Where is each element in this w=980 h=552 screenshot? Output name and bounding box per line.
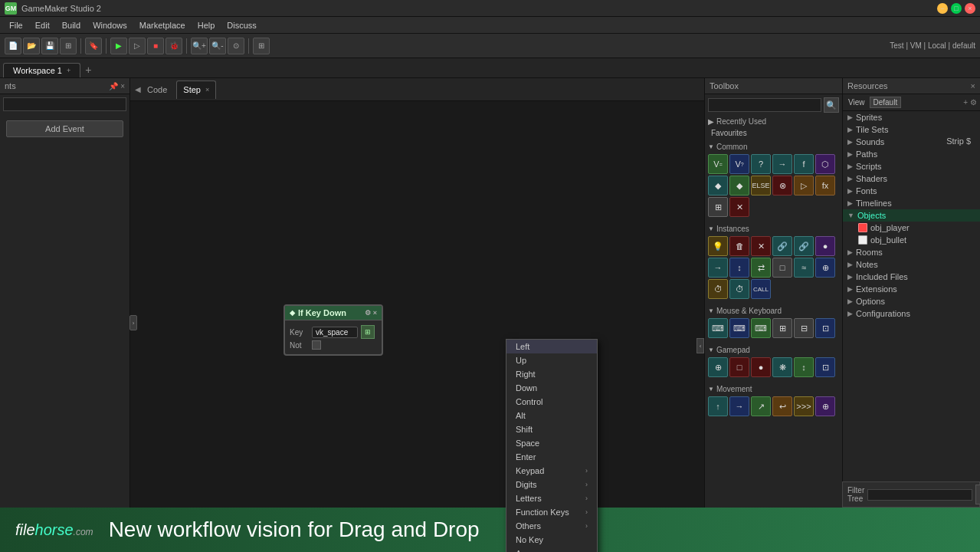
key-field-button[interactable]: ⊞: [361, 325, 375, 339]
tool-mv2[interactable]: →: [729, 396, 749, 416]
minimize-button[interactable]: −: [937, 3, 948, 14]
menu-discuss[interactable]: Discuss: [221, 19, 263, 31]
tool-inst10[interactable]: □: [772, 258, 792, 278]
recently-used-header[interactable]: ▶ Recently Used: [705, 116, 842, 127]
tool-inst12[interactable]: ⊕: [815, 258, 835, 278]
tool-else[interactable]: ELSE: [751, 176, 771, 196]
tool-gp4[interactable]: ❋: [772, 357, 792, 377]
tool-inst14[interactable]: ⏱: [729, 279, 749, 299]
resources-obj-player[interactable]: obj_player: [843, 222, 980, 234]
tool-inst1[interactable]: 💡: [708, 236, 728, 256]
menu-edit[interactable]: Edit: [29, 19, 56, 31]
resources-gear-btn[interactable]: ⚙: [970, 98, 977, 107]
resources-default-select[interactable]: Default: [870, 97, 902, 108]
resources-objects[interactable]: ▼Objects: [843, 209, 980, 222]
dropdown-item-no-key[interactable]: No Key: [506, 533, 597, 547]
resources-configurations[interactable]: ▶Configurations: [843, 307, 980, 320]
tool-stop[interactable]: ⊗: [772, 176, 792, 196]
tool-inst7[interactable]: →: [708, 258, 728, 278]
favourites-row[interactable]: Favourites: [705, 127, 842, 139]
dropdown-item-shift[interactable]: Shift: [506, 422, 597, 436]
dropdown-item-any[interactable]: Any: [506, 547, 597, 552]
key-value[interactable]: vk_space: [312, 327, 358, 338]
workspace-tab-close[interactable]: +: [67, 67, 70, 74]
menu-windows[interactable]: Windows: [87, 19, 133, 31]
toolbar-save-all[interactable]: ⊞: [60, 38, 77, 54]
tool-inst9[interactable]: ⇄: [751, 258, 771, 278]
dropdown-item-others[interactable]: Others ›: [506, 519, 597, 533]
tool-inst8[interactable]: ↕: [729, 258, 749, 278]
toolbar-save2[interactable]: 🔖: [85, 38, 102, 54]
events-panel-close[interactable]: ×: [120, 82, 125, 90]
resources-sprites[interactable]: ▶Sprites: [843, 111, 980, 123]
resources-extensions[interactable]: ▶Extensions: [843, 283, 980, 295]
toolbar-play[interactable]: ▶: [110, 38, 127, 54]
tool-x[interactable]: ✕: [729, 197, 749, 217]
menu-marketplace[interactable]: Marketplace: [133, 19, 192, 31]
mouse-keyboard-header[interactable]: ▼ Mouse & Keyboard: [708, 305, 839, 317]
toolbar-new[interactable]: 📄: [5, 38, 21, 54]
tool-mk1[interactable]: ⌨: [708, 318, 728, 338]
toolbar-zoom-in[interactable]: 🔍+: [191, 38, 208, 54]
dropdown-item-control[interactable]: Control: [506, 395, 597, 409]
tool-func[interactable]: f: [794, 154, 814, 174]
tool-mk3[interactable]: ⌨: [751, 318, 771, 338]
resources-fonts[interactable]: ▶Fonts: [843, 185, 980, 197]
dropdown-item-up[interactable]: Up: [506, 353, 597, 367]
dropdown-item-digits[interactable]: Digits ›: [506, 478, 597, 491]
tool-mv4[interactable]: ↩: [772, 396, 792, 416]
code-tab-step[interactable]: Step ×: [176, 80, 216, 99]
resources-tilesets[interactable]: ▶Tile Sets: [843, 123, 980, 136]
tool-inst5[interactable]: 🔗: [794, 236, 814, 256]
resources-included-files[interactable]: ▶Included Files: [843, 271, 980, 283]
tool-mv6[interactable]: ⊕: [815, 396, 835, 416]
tool-play[interactable]: ▷: [794, 176, 814, 196]
tool-gp3[interactable]: ●: [751, 357, 771, 377]
resources-notes[interactable]: ▶Notes: [843, 258, 980, 271]
dropdown-item-enter[interactable]: Enter: [506, 450, 597, 464]
tool-gp1[interactable]: ⊕: [708, 357, 728, 377]
toolbar-zoom-out[interactable]: 🔍-: [209, 38, 226, 54]
toolbar-zoom-reset[interactable]: ⊙: [228, 38, 244, 54]
events-search-input[interactable]: [3, 97, 126, 111]
tool-grid[interactable]: ⊞: [708, 197, 728, 217]
dnd-block-settings[interactable]: ⚙: [365, 309, 371, 317]
code-canvas[interactable]: ◆ If Key Down ⚙ × Key vk_space ⊞: [130, 101, 704, 552]
dropdown-item-alt[interactable]: Alt: [506, 409, 597, 422]
toolbar-debug[interactable]: 🐞: [166, 38, 182, 54]
toolbar-play2[interactable]: ▷: [129, 38, 146, 54]
maximize-button[interactable]: □: [951, 3, 962, 14]
tool-mk2[interactable]: ⌨: [729, 318, 749, 338]
add-workspace-tab[interactable]: +: [80, 62, 96, 77]
dropdown-item-keypad[interactable]: Keypad ›: [506, 464, 597, 478]
toolbar-grid[interactable]: ⊞: [253, 38, 270, 54]
tool-var-set[interactable]: V=: [708, 154, 728, 174]
tool-inst4[interactable]: 🔗: [772, 236, 792, 256]
toolbox-search-input[interactable]: [708, 98, 821, 112]
movement-header[interactable]: ▼ Movement: [708, 383, 839, 395]
dropdown-item-left[interactable]: Left: [506, 340, 597, 353]
filter-tree-input[interactable]: [867, 489, 972, 501]
resources-close[interactable]: ×: [971, 81, 975, 90]
tool-mv1[interactable]: ↑: [708, 396, 728, 416]
tool-comment[interactable]: ?: [751, 154, 771, 174]
menu-file[interactable]: File: [3, 19, 29, 31]
close-button[interactable]: ×: [965, 3, 975, 14]
tool-inst15[interactable]: CALL: [751, 279, 771, 299]
find-next-button[interactable]: Find Next: [975, 485, 980, 504]
menu-help[interactable]: Help: [192, 19, 221, 31]
tool-var-get[interactable]: V?: [729, 154, 749, 174]
toolbox-search-button[interactable]: 🔍: [824, 97, 839, 113]
not-checkbox[interactable]: [312, 340, 321, 350]
resources-timelines[interactable]: ▶Timelines: [843, 197, 980, 209]
tool-inst3[interactable]: ✕: [751, 236, 771, 256]
dropdown-item-right[interactable]: Right: [506, 367, 597, 381]
menu-build[interactable]: Build: [56, 19, 87, 31]
tool-inst2[interactable]: 🗑: [729, 236, 749, 256]
tool-gp2[interactable]: □: [729, 357, 749, 377]
tool-mv5[interactable]: >>>: [794, 396, 814, 416]
instances-section-header[interactable]: ▼ Instances: [708, 223, 839, 235]
tool-mk6[interactable]: ⊡: [815, 318, 835, 338]
toolbar-open[interactable]: 📂: [23, 38, 40, 54]
tool-random[interactable]: ⬡: [815, 154, 835, 174]
